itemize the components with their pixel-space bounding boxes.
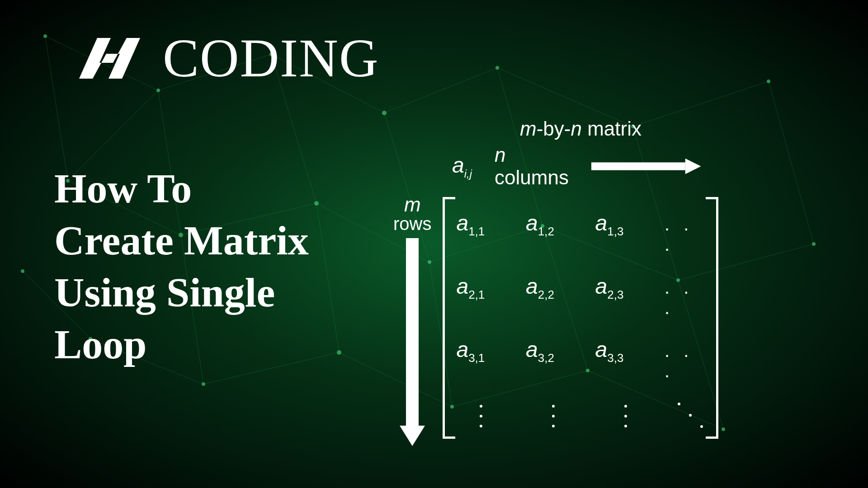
hdots-3: . . . <box>665 341 709 381</box>
arrow-down-icon <box>400 238 425 446</box>
matrix-row-2: a2,1 a2,2 a2,3 . . . <box>456 274 709 318</box>
logo-section: CODING <box>77 27 379 89</box>
columns-label-row: ai,j n columns <box>452 144 701 189</box>
cell-3-3: a3,3 <box>595 337 642 365</box>
header-matrix: matrix <box>582 117 642 140</box>
title-line-4: Loop <box>54 319 309 371</box>
ncols-n: n <box>495 144 505 166</box>
ncols-txt: columns <box>495 166 569 188</box>
hdots-1: . . . <box>665 214 709 255</box>
cell-1-2: a1,2 <box>526 211 573 239</box>
title-line-2: Create Matrix <box>54 215 309 267</box>
header-n: n <box>571 117 581 140</box>
n-columns-text: n columns <box>495 144 573 189</box>
cell-2-3: a2,3 <box>595 274 642 302</box>
vdots-1 <box>456 401 506 431</box>
cell-2-1: a2,1 <box>456 274 503 302</box>
svg-marker-55 <box>400 426 425 446</box>
bracket-left <box>443 197 455 439</box>
rows-label: rows <box>393 215 431 233</box>
logo-text: CODING <box>163 27 379 89</box>
cell-3-1: a3,1 <box>456 337 503 365</box>
header-m: m <box>520 117 537 140</box>
matrix-row-vdots <box>456 400 709 432</box>
rows-label-block: m rows <box>393 195 431 448</box>
arrow-right-icon <box>591 157 701 175</box>
m-label: m <box>393 195 431 215</box>
matrix-bracket: a1,1 a1,2 a1,3 . . . a2,1 a2,2 a2,3 . . … <box>443 197 718 439</box>
cell-2-2: a2,2 <box>526 274 573 302</box>
ddots <box>673 400 709 432</box>
matrix-header: m-by-n matrix <box>520 117 701 140</box>
title-line-1: How To <box>54 163 309 215</box>
aij-sub: i,j <box>464 167 472 179</box>
cell-3-2: a3,2 <box>526 337 573 365</box>
header-by: -by- <box>537 117 571 140</box>
aij-label: ai,j <box>452 153 472 180</box>
title-line-3: Using Single <box>54 267 309 319</box>
matrix-row-1: a1,1 a1,2 a1,3 . . . <box>456 211 709 255</box>
main-title: How To Create Matrix Using Single Loop <box>54 163 309 371</box>
cell-1-1: a1,1 <box>456 211 503 239</box>
matrix-row-3: a3,1 a3,2 a3,3 . . . <box>456 337 709 381</box>
vdots-2 <box>528 401 578 431</box>
svg-rect-52 <box>591 162 685 170</box>
svg-rect-54 <box>406 238 419 426</box>
cell-1-3: a1,3 <box>595 211 642 239</box>
rows-section: m rows a1,1 a1,2 a1,3 . . . a2,1 <box>393 197 701 448</box>
svg-marker-53 <box>685 159 701 174</box>
logo-icon <box>77 36 149 81</box>
vdots-3 <box>601 401 651 431</box>
aij-a: a <box>452 153 464 177</box>
matrix-diagram: m-by-n matrix ai,j n columns m rows <box>393 117 701 448</box>
hdots-2: . . . <box>665 277 709 318</box>
